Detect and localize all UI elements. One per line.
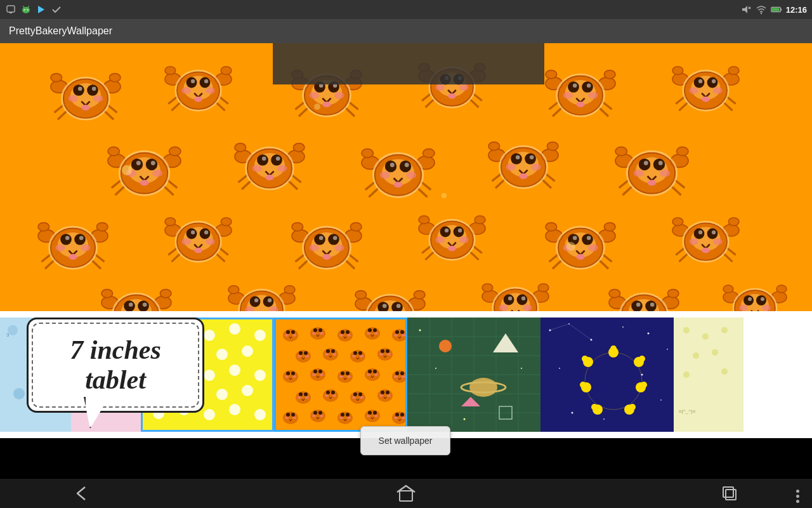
thumbnail-5[interactable] — [407, 318, 540, 432]
svg-point-60 — [254, 370, 266, 381]
svg-point-104 — [648, 333, 650, 335]
svg-point-21 — [16, 73, 25, 79]
svg-point-108 — [660, 399, 662, 401]
svg-point-43 — [13, 388, 25, 399]
status-right-icons: 12:16 — [740, 4, 807, 15]
svg-point-36 — [314, 104, 320, 110]
svg-point-135 — [721, 368, 728, 375]
main-preview — [0, 43, 812, 311]
svg-point-110 — [603, 418, 605, 420]
svg-line-6 — [28, 6, 29, 8]
svg-line-23 — [28, 79, 32, 83]
svg-point-50 — [229, 323, 240, 335]
app-title: PrettyBakeryWallpaper — [9, 25, 112, 37]
preview-overlay — [273, 43, 544, 84]
svg-point-91 — [439, 340, 452, 352]
svg-point-33 — [28, 82, 36, 87]
svg-point-95 — [419, 330, 421, 331]
set-wallpaper-button[interactable]: Set wallpaper — [360, 426, 450, 455]
more-dot-2 — [796, 495, 799, 498]
play-store-icon — [36, 4, 47, 15]
svg-marker-7 — [38, 6, 44, 13]
svg-rect-1 — [10, 12, 12, 13]
speech-bubble: 7 inches tablet — [27, 318, 211, 441]
svg-point-119 — [641, 382, 647, 388]
svg-point-121 — [629, 404, 636, 410]
more-dot-1 — [796, 490, 799, 493]
thumbnail-6[interactable] — [540, 318, 674, 432]
svg-point-103 — [622, 326, 624, 328]
svg-point-34 — [10, 57, 53, 95]
svg-point-55 — [242, 345, 253, 357]
svg-point-59 — [229, 364, 240, 376]
svg-text:3: 3 — [6, 332, 10, 338]
back-button[interactable] — [63, 482, 102, 505]
svg-point-27 — [48, 60, 63, 71]
svg-point-105 — [667, 349, 668, 350]
svg-line-30 — [6, 86, 16, 95]
recent-apps-button[interactable] — [710, 482, 749, 505]
svg-point-26 — [0, 53, 10, 61]
svg-rect-138 — [723, 487, 733, 497]
set-wallpaper-label: Set wallpaper — [379, 436, 433, 446]
svg-point-129 — [683, 327, 690, 333]
svg-line-5 — [23, 6, 25, 8]
svg-line-29 — [3, 81, 13, 89]
svg-point-35 — [122, 165, 132, 175]
notification-icon — [5, 4, 16, 15]
svg-point-123 — [591, 404, 598, 410]
svg-point-131 — [721, 327, 728, 333]
svg-point-4 — [27, 10, 29, 11]
thumbnail-7[interactable]: o(^_^)o — [674, 318, 743, 432]
svg-point-98 — [435, 368, 436, 369]
svg-point-127 — [582, 356, 588, 362]
svg-point-16 — [18, 62, 46, 85]
svg-point-134 — [683, 371, 690, 378]
svg-point-109 — [572, 412, 573, 414]
svg-point-38 — [442, 193, 447, 198]
svg-point-20 — [37, 65, 41, 69]
svg-rect-139 — [726, 490, 736, 500]
svg-line-24 — [32, 79, 36, 83]
svg-point-28 — [53, 53, 63, 61]
svg-point-63 — [216, 389, 228, 400]
svg-point-19 — [25, 65, 29, 69]
status-bar: 12:16 — [0, 0, 812, 19]
svg-point-51 — [254, 330, 266, 341]
svg-point-3 — [24, 10, 25, 11]
svg-marker-8 — [742, 6, 747, 13]
svg-point-69 — [254, 409, 266, 420]
svg-point-25 — [0, 60, 15, 71]
thumbnail-4-current[interactable] — [274, 318, 407, 432]
svg-rect-13 — [780, 8, 782, 11]
svg-point-64 — [242, 385, 253, 396]
svg-point-97 — [464, 418, 466, 420]
mute-icon — [740, 4, 752, 15]
speech-bubble-line2: tablet — [85, 364, 146, 395]
svg-point-125 — [580, 382, 586, 388]
time-display: 12:16 — [786, 5, 807, 15]
svg-point-117 — [639, 356, 645, 362]
svg-rect-0 — [7, 6, 15, 12]
svg-point-130 — [702, 333, 709, 340]
more-options-button[interactable] — [796, 490, 799, 503]
svg-point-37 — [566, 242, 575, 251]
svg-point-22 — [39, 73, 48, 79]
svg-point-54 — [216, 349, 228, 360]
svg-rect-14 — [772, 8, 780, 11]
check-icon — [51, 4, 62, 15]
speech-bubble-line1: 7 inches — [70, 335, 161, 364]
android-icon — [20, 4, 32, 15]
svg-point-15 — [11, 58, 52, 94]
title-bar: PrettyBakeryWallpaper — [0, 19, 812, 43]
svg-text:o(^_^)o: o(^_^)o — [679, 408, 696, 414]
svg-point-18 — [33, 64, 43, 74]
svg-point-68 — [229, 404, 240, 415]
svg-point-2 — [22, 7, 30, 13]
battery-icon — [771, 4, 782, 15]
svg-point-106 — [559, 368, 560, 369]
more-dot-3 — [796, 500, 799, 503]
status-left-icons — [5, 4, 62, 15]
svg-point-89 — [469, 378, 497, 397]
home-button[interactable] — [387, 482, 425, 505]
